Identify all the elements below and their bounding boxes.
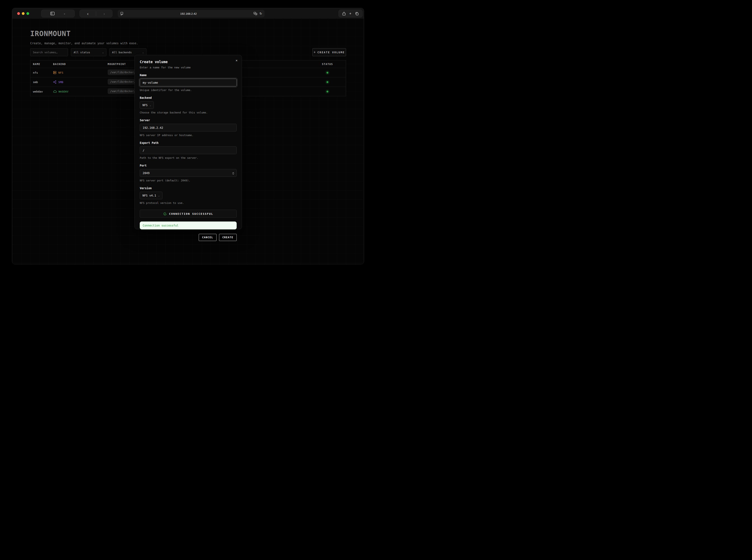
- chevron-down-icon: ⌄: [102, 51, 104, 54]
- url-text: 192.168.2.42: [123, 12, 254, 15]
- modal-actions: CANCEL CREATE: [140, 234, 237, 241]
- version-label: Version: [140, 186, 237, 190]
- backend-label: NFS: [58, 71, 63, 74]
- create-volume-label: CREATE VOLUME: [317, 51, 345, 54]
- ironmount-page: IRONMOUNT Create, manage, monitor, and a…: [12, 19, 364, 264]
- share-icon[interactable]: [342, 12, 345, 16]
- connection-result-message: Connection successful: [140, 221, 237, 229]
- new-tab-button[interactable]: +: [349, 12, 352, 16]
- plus-icon: +: [314, 50, 316, 54]
- backend-filter-label: All backends: [112, 51, 132, 54]
- volume-name: nfs: [31, 71, 53, 74]
- name-field[interactable]: [140, 79, 237, 86]
- server-icon: [53, 71, 56, 74]
- volume-name: webdav: [31, 90, 53, 93]
- traffic-lights: [17, 12, 29, 15]
- test-connection-button[interactable]: CONNECTION SUCCESSFUL: [140, 210, 237, 218]
- number-stepper-icon[interactable]: [232, 172, 234, 175]
- titlebar-right-buttons: +: [338, 9, 362, 17]
- back-button[interactable]: ‹: [87, 12, 88, 16]
- backend-label: WebDAV: [59, 90, 68, 93]
- backend-select[interactable]: NFS ⌄: [140, 101, 154, 109]
- export-path-field[interactable]: [140, 146, 237, 154]
- browser-titlebar: ⌄ ‹ › 192.168.2.42 A: [12, 8, 364, 19]
- cancel-button[interactable]: CANCEL: [199, 234, 216, 241]
- backend-select-value: NFS: [142, 103, 147, 107]
- status-dot: [326, 72, 329, 74]
- chevron-down-icon: ⌄: [142, 51, 144, 54]
- create-volume-modal: ✕ Create volume Enter a name for the new…: [135, 55, 242, 229]
- cloud-icon: [53, 90, 57, 93]
- version-select[interactable]: NFS v4.1 ⌄: [140, 192, 162, 199]
- export-path-help: Path to the NFS export on the server.: [140, 156, 237, 159]
- backend-label: SMB: [58, 81, 63, 84]
- backend-label: Backend: [140, 96, 237, 99]
- zoom-window-button[interactable]: [26, 12, 29, 15]
- nav-buttons: ‹ ›: [80, 9, 113, 17]
- close-window-button[interactable]: [17, 12, 20, 15]
- col-backend: BACKEND: [53, 63, 107, 66]
- name-help: Unique identifier for the volume.: [140, 88, 237, 92]
- volume-name: smb: [31, 81, 53, 84]
- status-filter-select[interactable]: All status ⌄: [71, 48, 106, 56]
- close-icon[interactable]: ✕: [236, 59, 238, 62]
- forward-button[interactable]: ›: [103, 12, 105, 16]
- create-button[interactable]: CREATE: [219, 234, 237, 241]
- page-title: IRONMOUNT: [30, 29, 71, 38]
- status-dot: [326, 91, 329, 93]
- test-connection-label: CONNECTION SUCCESSFUL: [169, 212, 213, 215]
- port-field[interactable]: [140, 169, 237, 177]
- version-help: NFS protocol version to use.: [140, 201, 237, 204]
- chevron-down-icon: ⌄: [158, 194, 160, 197]
- create-volume-button[interactable]: + CREATE VOLUME: [312, 48, 346, 56]
- backend-help: Choose the storage backend for this volu…: [140, 111, 237, 114]
- minimize-window-button[interactable]: [22, 12, 24, 15]
- translate-icon[interactable]: A 文: [254, 12, 257, 15]
- col-status: STATUS: [309, 63, 346, 66]
- modal-description: Enter a name for the new volume: [140, 66, 237, 69]
- modal-title: Create volume: [140, 60, 237, 64]
- chevron-down-icon: ⌄: [150, 104, 151, 106]
- sidebar-icon: [51, 12, 55, 15]
- server-label: Server: [140, 119, 237, 122]
- page-subtitle: Create, manage, monitor, and automate yo…: [30, 42, 138, 45]
- status-filter-label: All status: [74, 51, 90, 54]
- svg-text:文: 文: [256, 14, 257, 15]
- address-bar[interactable]: 192.168.2.42 A 文 ↻: [118, 10, 264, 17]
- tab-overview-icon[interactable]: [355, 12, 359, 15]
- server-field[interactable]: [140, 124, 237, 132]
- page-icon: [120, 12, 123, 15]
- chevron-down-icon: ⌄: [64, 12, 65, 15]
- col-name: NAME: [31, 63, 53, 66]
- export-path-label: Export Path: [140, 141, 237, 144]
- port-help: NFS server port (default: 2049).: [140, 179, 237, 182]
- search-input[interactable]: [30, 48, 68, 56]
- browser-window: ⌄ ‹ › 192.168.2.42 A: [12, 8, 364, 264]
- sidebar-toggle-button[interactable]: ⌄: [41, 9, 75, 17]
- server-help: NFS server IP address or hostname.: [140, 134, 237, 137]
- port-label: Port: [140, 164, 237, 167]
- reload-icon[interactable]: ↻: [259, 12, 262, 16]
- check-circle-icon: [163, 212, 167, 216]
- share-network-icon: [53, 80, 56, 84]
- name-label: Name: [140, 74, 237, 77]
- version-select-value: NFS v4.1: [142, 194, 156, 197]
- status-dot: [326, 81, 329, 83]
